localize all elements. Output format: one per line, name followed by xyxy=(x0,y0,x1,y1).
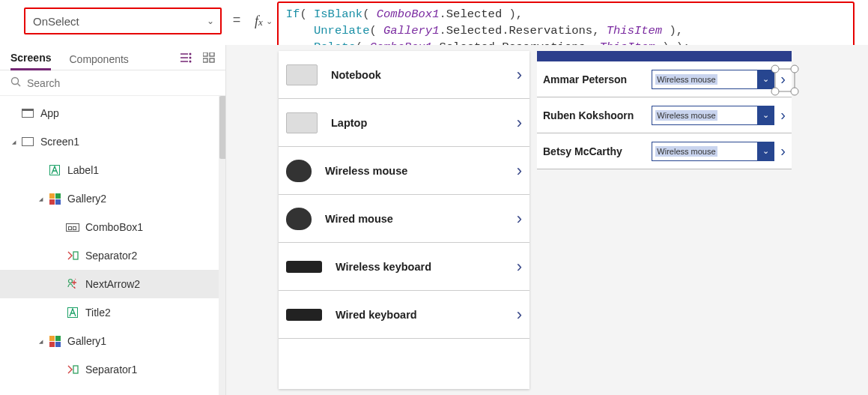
product-item[interactable]: Wired keyboard› xyxy=(279,291,529,339)
gallery1-products[interactable]: Notebook›Laptop›Wireless mouse›Wired mou… xyxy=(279,51,529,389)
combo-icon xyxy=(64,223,81,232)
fx-indicator[interactable]: fx ⌄ xyxy=(252,7,277,34)
tree-node-combobox1[interactable]: ComboBox1 xyxy=(0,213,225,241)
screen-icon xyxy=(19,137,36,146)
tree-node-label1[interactable]: Label1 xyxy=(0,156,225,184)
expand-collapse-icon[interactable]: ◢ xyxy=(10,139,18,145)
product-thumbnail xyxy=(286,309,322,321)
product-thumbnail xyxy=(286,261,322,273)
product-item[interactable]: Wireless mouse› xyxy=(279,147,529,195)
product-item[interactable]: Wireless keyboard› xyxy=(279,243,529,291)
tree-node-screen1[interactable]: ◢Screen1 xyxy=(0,127,225,156)
label-icon xyxy=(46,165,63,175)
svg-point-10 xyxy=(69,280,73,283)
product-label: Wireless mouse xyxy=(312,165,517,177)
tab-components[interactable]: Components xyxy=(69,49,128,70)
chevron-right-icon[interactable]: › xyxy=(517,161,522,181)
next-arrow-icon[interactable]: › xyxy=(780,106,786,124)
svg-rect-9 xyxy=(73,252,78,259)
tree-node-label: Gallery2 xyxy=(63,193,106,205)
tree-grid-icon[interactable] xyxy=(203,52,215,65)
tree-node-separator1[interactable]: Separator1 xyxy=(0,355,225,384)
reservations-header-bar xyxy=(537,51,792,61)
combobox-value: Wireless mouse xyxy=(652,111,757,120)
svg-rect-11 xyxy=(73,366,78,373)
tree-filter-icon[interactable] xyxy=(180,52,192,65)
combobox-value: Wireless mouse xyxy=(652,75,757,84)
label-icon xyxy=(64,307,81,318)
tree-node-gallery2[interactable]: ◢Gallery2 xyxy=(0,184,225,213)
svg-rect-12 xyxy=(775,69,795,91)
sep-icon xyxy=(64,364,81,375)
svg-point-14 xyxy=(791,65,798,73)
product-thumbnail xyxy=(286,112,318,133)
product-label: Laptop xyxy=(318,117,517,129)
tree-node-label: App xyxy=(36,107,59,119)
gallery-icon xyxy=(46,336,63,347)
product-item[interactable]: Notebook› xyxy=(279,51,529,99)
tree-node-label: Screen1 xyxy=(36,136,79,148)
svg-rect-3 xyxy=(203,52,207,56)
fx-icon: fx xyxy=(252,13,266,29)
chevron-right-icon[interactable]: › xyxy=(517,257,522,277)
svg-point-2 xyxy=(189,61,192,63)
tree-node-label: Separator1 xyxy=(81,364,137,376)
combobox1[interactable]: Wireless mouse⌄ xyxy=(652,106,774,125)
reservation-item: Ruben KokshoornWireless mouse⌄› xyxy=(537,97,792,133)
tree-search[interactable] xyxy=(0,70,225,96)
tree-tabs: Screens Components xyxy=(0,45,225,70)
tree-list: App◢Screen1Label1◢Gallery2ComboBox1Separ… xyxy=(0,96,225,395)
chevron-right-icon[interactable]: › xyxy=(517,113,522,133)
chevron-down-icon[interactable]: ⌄ xyxy=(757,106,774,124)
chevron-right-icon[interactable]: › xyxy=(517,305,522,325)
property-formula-bar: OnSelect ⌄ = fx ⌄ If( IsBlank( ComboBox1… xyxy=(0,0,868,45)
chevron-down-icon: ⌄ xyxy=(266,16,273,26)
scrollbar-thumb[interactable] xyxy=(219,96,225,159)
svg-rect-4 xyxy=(210,52,214,56)
svg-point-15 xyxy=(771,88,779,95)
next-arrow-icon[interactable]: › xyxy=(780,142,786,160)
tree-node-label: ComboBox1 xyxy=(81,221,143,233)
reservation-name: Ruben Kokshoorn xyxy=(543,109,652,121)
tree-node-app[interactable]: App xyxy=(0,99,225,127)
svg-point-0 xyxy=(189,53,192,55)
product-label: Notebook xyxy=(318,69,517,81)
product-label: Wired mouse xyxy=(312,213,517,225)
search-input[interactable] xyxy=(27,77,215,89)
selection-handles xyxy=(771,64,799,96)
equals-label: = xyxy=(222,0,252,28)
svg-point-13 xyxy=(771,65,779,73)
tree-node-label: Gallery1 xyxy=(63,335,106,347)
svg-point-7 xyxy=(12,78,19,85)
svg-point-1 xyxy=(189,57,192,59)
tree-node-title2[interactable]: Title2 xyxy=(0,298,225,327)
combobox1[interactable]: Wireless mouse⌄ xyxy=(652,142,774,161)
chevron-right-icon[interactable]: › xyxy=(517,209,522,229)
gallery2-reservations[interactable]: Ammar PetersonWireless mouse⌄›Ruben Koks… xyxy=(537,51,792,389)
property-dropdown[interactable]: OnSelect ⌄ xyxy=(24,7,222,34)
expand-collapse-icon[interactable]: ◢ xyxy=(37,338,45,344)
tree-node-label: Label1 xyxy=(63,164,99,176)
tree-node-gallery1[interactable]: ◢Gallery1 xyxy=(0,327,225,355)
svg-rect-6 xyxy=(210,58,214,62)
expand-collapse-icon[interactable]: ◢ xyxy=(37,196,45,202)
chevron-down-icon[interactable]: ⌄ xyxy=(757,142,774,160)
product-label: Wireless keyboard xyxy=(322,261,517,273)
tree-node-nextarrow2[interactable]: NextArrow2 xyxy=(0,270,225,298)
gallery-icon xyxy=(46,193,63,205)
property-dropdown-value: OnSelect xyxy=(25,15,201,28)
search-icon xyxy=(10,76,21,89)
combobox1[interactable]: Wireless mouse⌄ xyxy=(652,70,774,89)
tab-screens[interactable]: Screens xyxy=(10,47,51,70)
product-item[interactable]: Laptop› xyxy=(279,99,529,147)
product-item[interactable]: Wired mouse› xyxy=(279,195,529,243)
svg-point-16 xyxy=(791,88,798,95)
design-canvas: Notebook›Laptop›Wireless mouse›Wired mou… xyxy=(226,45,868,395)
svg-line-8 xyxy=(18,84,21,87)
product-label: Wired keyboard xyxy=(322,309,517,321)
chevron-right-icon[interactable]: › xyxy=(517,65,522,85)
tree-node-separator2[interactable]: Separator2 xyxy=(0,241,225,270)
product-thumbnail xyxy=(286,64,318,85)
reservation-item: Ammar PetersonWireless mouse⌄› xyxy=(537,61,792,97)
app-icon xyxy=(19,109,36,118)
